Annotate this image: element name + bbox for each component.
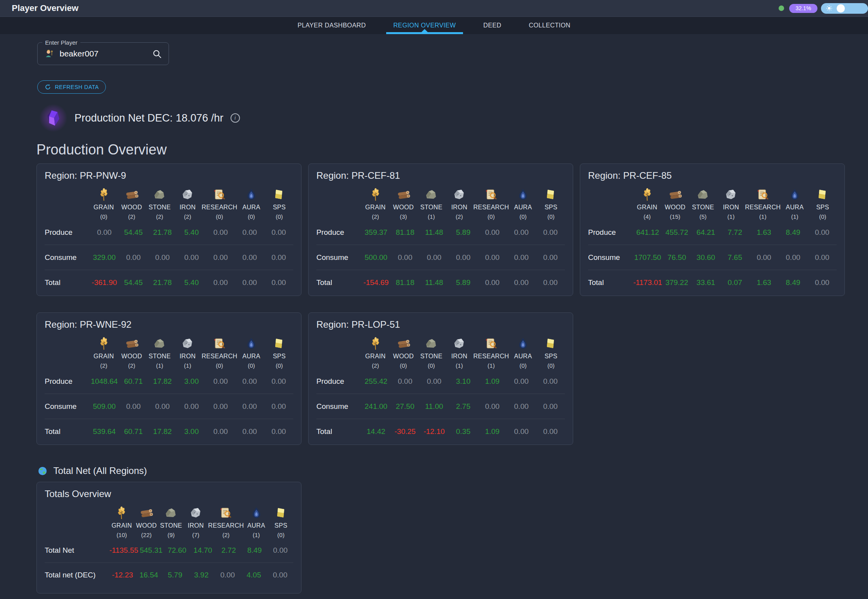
resource-header-wood: WOOD(22)	[134, 506, 159, 538]
tab-deed[interactable]: DEED	[481, 17, 504, 34]
value-research: 1.63	[750, 228, 779, 237]
region-card: Region: PR-WNE-92GRAIN(2)WOOD(2)STONE(1)…	[36, 312, 301, 445]
resource-label-research: RESEARCH	[208, 522, 244, 529]
value-wood: 0.00	[390, 377, 419, 386]
wood-icon	[668, 187, 682, 201]
sps-icon	[274, 506, 288, 520]
grain-icon	[640, 187, 654, 201]
resource-header-aura: AURA(0)	[509, 336, 537, 369]
value-sps: 0.00	[536, 427, 565, 436]
resource-count-wood: (22)	[141, 532, 152, 538]
value-stone: -12.10	[419, 427, 449, 436]
row-label: Consume	[316, 253, 361, 262]
resource-count-iron: (1)	[456, 362, 463, 369]
resource-label-iron: IRON	[723, 204, 739, 211]
value-wood: 455.72	[662, 228, 691, 237]
resource-label-wood: WOOD	[393, 353, 414, 360]
value-stone: 30.60	[691, 253, 720, 262]
value-research: 0.00	[206, 228, 235, 237]
value-wood: 545.31	[138, 546, 164, 555]
value-aura: 0.00	[507, 377, 536, 386]
value-sps: 0.00	[264, 377, 293, 386]
resource-count-stone: (1)	[156, 362, 163, 369]
value-grain: 539.64	[90, 427, 119, 436]
resource-label-wood: WOOD	[393, 204, 414, 211]
sps-icon	[544, 187, 558, 201]
table-row: Total539.6460.7117.823.000.000.000.00	[45, 419, 293, 444]
row-label: Total	[588, 278, 633, 287]
info-icon[interactable]: i	[231, 113, 240, 123]
resource-header-grain: GRAIN(2)	[361, 336, 389, 369]
resource-header-iron: IRON(2)	[445, 187, 473, 220]
value-grain: 255.42	[361, 377, 390, 386]
topbar-right-group: 32.1%	[779, 0, 868, 16]
value-aura: 0.00	[779, 253, 808, 262]
tab-player-dashboard[interactable]: PLAYER DASHBOARD	[295, 17, 368, 34]
value-wood: 81.18	[390, 228, 419, 237]
value-sps: 0.00	[808, 253, 837, 262]
table-row: Produce255.420.000.003.101.090.000.00	[316, 369, 565, 394]
aura-icon	[788, 187, 802, 201]
theme-toggle-knob	[837, 4, 845, 13]
value-sps: 0.00	[536, 377, 565, 386]
value-grain: 14.42	[361, 427, 390, 436]
row-label: Total net (DEC)	[45, 571, 109, 579]
table-row: Produce359.3781.1811.485.890.000.000.00	[316, 220, 565, 245]
stone-icon	[164, 506, 178, 520]
value-research: 1.09	[478, 427, 507, 436]
player-name-input[interactable]	[59, 49, 135, 59]
value-stone: 21.78	[148, 228, 177, 237]
iron-icon	[189, 506, 203, 520]
resource-header-row: GRAIN(10)WOOD(22)STONE(9)IRON(7)RESEARCH…	[45, 506, 293, 538]
value-aura: 4.05	[241, 571, 267, 579]
resource-label-aura: AURA	[786, 204, 804, 211]
value-sps: 0.00	[264, 278, 293, 287]
refresh-button-label: REFRESH DATA	[55, 84, 99, 90]
resource-count-grain: (4)	[643, 213, 650, 220]
table-row: Consume241.0027.5011.002.750.000.000.00	[316, 394, 565, 419]
resource-header-iron: IRON(1)	[174, 336, 202, 369]
value-grain: 0.00	[90, 228, 119, 237]
resource-header-wood: WOOD(0)	[389, 336, 417, 369]
value-grain: 329.00	[90, 253, 119, 262]
research-icon	[219, 506, 233, 520]
value-sps: 0.00	[808, 228, 837, 237]
row-label: Produce	[45, 228, 90, 237]
value-sps: 0.00	[264, 253, 293, 262]
player-search-field[interactable]: Enter Player	[37, 42, 169, 65]
refresh-row: REFRESH DATA	[37, 80, 868, 94]
stone-icon	[153, 187, 167, 201]
value-iron: 14.70	[190, 546, 216, 555]
value-iron: 0.35	[449, 427, 478, 436]
value-grain: 241.00	[361, 402, 390, 411]
value-grain: -12.23	[109, 571, 136, 579]
production-overview-title: Production Overview	[36, 142, 868, 158]
iron-icon	[180, 336, 194, 350]
resource-header-stone: STONE(2)	[146, 187, 174, 220]
resource-header-wood: WOOD(2)	[118, 336, 145, 369]
tab-region-overview[interactable]: REGION OVERVIEW	[391, 17, 458, 34]
resource-count-sps: (0)	[276, 362, 283, 369]
sps-icon	[544, 336, 558, 350]
value-aura: 0.00	[235, 377, 264, 386]
region-card: Region: PR-PNW-9GRAIN(0)WOOD(2)STONE(2)I…	[36, 163, 301, 296]
resource-count-stone: (9)	[167, 532, 174, 538]
table-row: Consume500.000.000.000.000.000.000.00	[316, 245, 565, 270]
refresh-icon	[44, 83, 51, 91]
value-aura: 8.49	[242, 546, 267, 555]
theme-toggle[interactable]	[821, 3, 868, 14]
value-research: 1.63	[750, 278, 779, 287]
value-research: 2.72	[216, 546, 242, 555]
tab-collection[interactable]: COLLECTION	[527, 17, 573, 34]
player-overview-page: Player Overview 32.1% PLAYER DASHBOARD R…	[0, 0, 868, 599]
value-research: 0.00	[750, 253, 779, 262]
resource-count-stone: (5)	[699, 213, 706, 220]
resource-label-research: RESEARCH	[745, 204, 781, 211]
value-aura: 0.00	[507, 253, 536, 262]
totals-card-title: Totals Overview	[45, 488, 293, 499]
resource-header-row: GRAIN(0)WOOD(2)STONE(2)IRON(2)RESEARCH(0…	[45, 187, 293, 220]
resource-header-stone: STONE(5)	[689, 187, 717, 220]
refresh-data-button[interactable]: REFRESH DATA	[37, 80, 106, 94]
search-button[interactable]	[152, 49, 162, 59]
resource-count-grain: (2)	[372, 213, 379, 220]
